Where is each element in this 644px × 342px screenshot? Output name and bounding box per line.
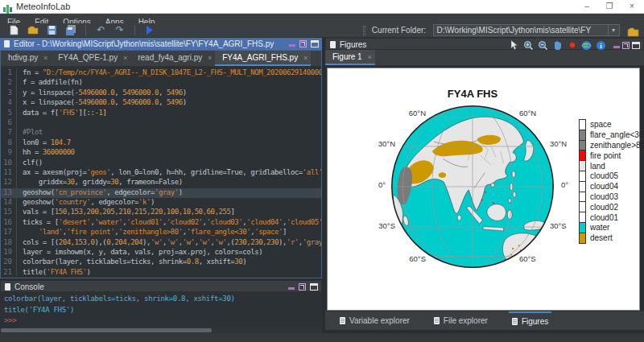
toolbar-drag-handle[interactable] [363, 26, 365, 35]
code-line[interactable]: 19layer = imshowm(x, y, data, vals, proj… [1, 248, 321, 258]
globe-icon[interactable] [580, 39, 592, 51]
code-line[interactable]: 9hh = 36000000 [1, 148, 321, 158]
legend-swatch [579, 140, 586, 151]
code-text: y = linspace(-5496000.0, 5496000.0, 5496… [23, 89, 187, 98]
save-button[interactable] [44, 23, 60, 37]
code-token: 'cloud01' [126, 218, 163, 226]
bottom-tab-variable-explorer[interactable]: Variable explorer [336, 311, 413, 330]
undo-button[interactable]: ↶ [93, 23, 109, 37]
code-token: , [114, 98, 122, 106]
bottom-tab-figures[interactable]: Figures [509, 311, 551, 330]
bottom-tab-file-explorer[interactable]: File explorer [431, 311, 491, 330]
panel-minimize-icon[interactable] [288, 287, 295, 290]
code-line[interactable]: 21title('FY4A FHS') [1, 268, 321, 276]
code-token: 'cloud05' [287, 218, 321, 226]
line-number: 3 [1, 89, 17, 98]
code-line[interactable]: 14geoshow('country', edgecolor='k') [1, 198, 321, 208]
panel-detach-icon[interactable] [299, 40, 307, 47]
tab-close-icon[interactable]: × [43, 51, 47, 65]
tab-close-icon[interactable]: × [123, 51, 127, 65]
code-line[interactable]: 1fn = "D:/Temp/nc/FY4A-_AGRI--_N_DISK_10… [1, 68, 321, 78]
info-icon[interactable]: i [595, 39, 607, 51]
code-line[interactable]: 8lon0 = 104.7 [1, 138, 321, 148]
code-token: ) [179, 188, 183, 196]
window-restore-button[interactable]: ❐ [597, 0, 621, 14]
code-line[interactable]: 12 griddx=30, griddy=30, frameon=False) [1, 178, 321, 187]
current-folder-combobox[interactable]: D:\Working\MIScript\Jython\mis\satellite… [433, 24, 620, 36]
code-token: "D:/Temp/nc/FY4A-_AGRI--_N_DISK_1047E_L2… [43, 68, 321, 76]
scrollbar-thumb[interactable] [1, 328, 212, 332]
code-token: 30 [67, 178, 75, 186]
window-minimize-button[interactable]: – [575, 0, 599, 14]
code-line[interactable]: 11ax = axesm(proj='geos', lon_0=lon0, h=… [1, 168, 321, 178]
meteoinfolab-window: MeteoInfoLab – ❐ × FileEditOptionsAppsHe… [0, 0, 644, 342]
code-line[interactable]: 17 'land','fire point','zenithangle>80',… [1, 228, 321, 237]
zoom-out-icon[interactable] [537, 39, 549, 51]
console-panel-header[interactable]: Console [0, 280, 322, 292]
code-line[interactable]: 18cols = [(204,153,0),(0,204,204),'w','w… [1, 238, 321, 248]
new-file-button[interactable] [6, 23, 22, 37]
window-close-button[interactable]: × [620, 0, 644, 14]
panel-minimize-icon[interactable] [289, 44, 295, 47]
code-text: 'land','fire point','zenithangle>80','fl… [23, 228, 287, 237]
code-line[interactable]: 7#Plot [1, 128, 321, 138]
legend-label: water [590, 223, 609, 232]
code-line[interactable]: 15vals = [150,153,200,205,210,215,220,10… [1, 208, 321, 217]
zoom-in-icon[interactable] [522, 39, 535, 51]
panel-detach-icon[interactable] [299, 283, 306, 290]
line-number: 11 [1, 168, 17, 178]
tab-close-icon[interactable]: × [367, 50, 371, 64]
console-prompt[interactable]: >>> [4, 315, 322, 327]
run-script-button[interactable] [142, 23, 157, 37]
code-line[interactable]: 16ticks = ['desert','water','cloud01','c… [1, 218, 321, 228]
panel-detach-icon[interactable] [622, 42, 630, 49]
tab-close-icon[interactable]: × [303, 51, 308, 65]
code-line[interactable]: 10clf() [1, 159, 321, 168]
select-cursor-icon[interactable] [508, 39, 520, 51]
code-line[interactable]: 2f = addfile(fn) [1, 78, 321, 88]
editor-tab[interactable]: read_fy4a_agri.py× [130, 51, 215, 66]
code-line[interactable]: 3y = linspace(-5496000.0, 5496000.0, 549… [1, 89, 321, 98]
globe-map[interactable] [387, 101, 558, 272]
code-line[interactable]: 5data = f['FHS'][::-1] [1, 109, 321, 118]
editor-tab[interactable]: FY4A_QPE-1.py× [51, 51, 130, 66]
current-folder-value[interactable]: D:\Working\MIScript\Jython\mis\satellite… [434, 25, 619, 35]
figure-canvas[interactable]: FY4A FHS [327, 68, 640, 311]
code-line[interactable]: 6 [1, 118, 321, 128]
code-token: ] [102, 109, 106, 117]
code-line[interactable]: 13geoshow('cn_province', edgecolor='gray… [1, 188, 321, 198]
code-token: 'cn_province' [55, 188, 107, 196]
open-file-button[interactable] [26, 23, 41, 37]
panel-minimize-icon[interactable] [613, 46, 620, 48]
save-all-button[interactable] [64, 23, 79, 37]
code-token: ][:: [79, 109, 95, 117]
figure-tab[interactable]: Figure 1× [325, 50, 375, 65]
panel-maximize-icon[interactable] [311, 40, 319, 47]
panel-maximize-icon[interactable] [310, 283, 318, 290]
panel-maximize-icon[interactable] [632, 42, 640, 49]
editor-tab[interactable]: hdivg.py× [1, 51, 51, 66]
code-token: y = linspace( [23, 89, 75, 97]
console-horizontal-scrollbar[interactable] [0, 328, 322, 333]
legend-label: cloud02 [590, 203, 618, 212]
tab-label: FY4A_AGRI_FHS.py [222, 53, 298, 62]
code-text: geoshow('cn_province', edgecolor='gray') [23, 188, 183, 198]
identify-point-icon[interactable] [566, 39, 578, 51]
console-output[interactable]: colorbar(layer, ticklabels=ticks, shrink… [0, 292, 322, 328]
code-line[interactable]: 20colorbar(layer, ticklabels=ticks, shri… [1, 258, 321, 267]
code-token: 104.7 [51, 138, 71, 146]
editor-tab[interactable]: FY4A_AGRI_FHS.py× [215, 51, 311, 66]
code-line[interactable]: 4x = linspace(-5496000.0, 5496000.0, 549… [1, 98, 321, 108]
pan-hand-icon[interactable] [551, 39, 564, 51]
redo-button[interactable]: ↷ [112, 23, 127, 37]
line-number: 2 [1, 78, 17, 88]
figures-panel-header[interactable]: Figures i [325, 38, 644, 50]
code-token: 'k' [138, 198, 151, 206]
code-token: 'w' [199, 238, 211, 246]
tab-close-icon[interactable]: × [208, 51, 212, 65]
chevron-down-icon[interactable]: ▾ [608, 25, 619, 35]
code-editor[interactable]: 1fn = "D:/Temp/nc/FY4A-_AGRI--_N_DISK_10… [1, 67, 321, 276]
code-token: 'space' [254, 228, 283, 236]
tab-label: read_fy4a_agri.py [138, 53, 202, 62]
editor-panel-header[interactable]: Editor - D:\Working\MIScript\Jython\mis\… [0, 38, 322, 50]
